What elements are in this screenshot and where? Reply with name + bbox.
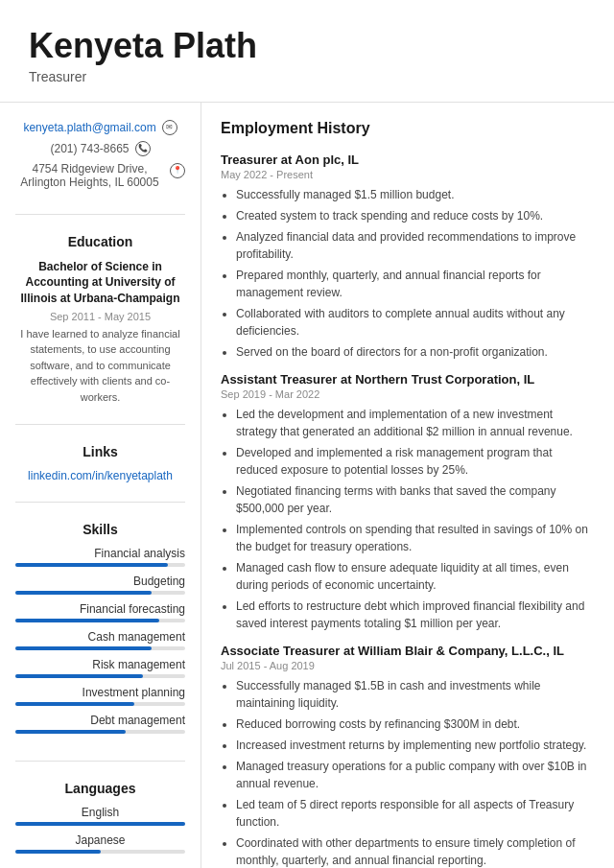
main-content: kenyeta.plath@gmail.com ✉ (201) 743-8665… xyxy=(0,103,614,868)
bullet-item: Reduced borrowing costs by refinancing $… xyxy=(236,716,595,733)
job-bullets: Successfully managed $1.5B in cash and i… xyxy=(221,677,595,868)
skill-bar-bg xyxy=(15,730,185,734)
languages-title: Languages xyxy=(15,781,185,796)
phone-icon: 📞 xyxy=(135,141,151,156)
skill-name: Budgeting xyxy=(15,575,185,588)
bullet-item: Increased investment returns by implemen… xyxy=(236,737,595,754)
skill-bar-fill xyxy=(15,591,152,595)
right-column: Employment History Treasurer at Aon plc,… xyxy=(201,103,614,868)
phone-row: (201) 743-8665 📞 xyxy=(15,141,185,156)
skill-name: Financial analysis xyxy=(15,547,185,560)
candidate-title: Treasurer xyxy=(29,69,585,84)
email-icon: ✉ xyxy=(162,120,177,135)
contact-section: kenyeta.plath@gmail.com ✉ (201) 743-8665… xyxy=(15,120,185,215)
job-item: Treasurer at Aon plc, IL May 2022 - Pres… xyxy=(221,152,595,361)
skill-bar-fill xyxy=(15,730,126,734)
employment-title: Employment History xyxy=(221,120,595,141)
edu-degree: Bachelor of Science in Accounting at Uni… xyxy=(15,259,185,307)
phone-text: (201) 743-8665 xyxy=(50,142,129,155)
skill-bar-fill xyxy=(15,619,159,622)
email-row: kenyeta.plath@gmail.com ✉ xyxy=(15,120,185,135)
bullet-item: Analyzed financial data and provided rec… xyxy=(236,228,595,263)
skills-list: Financial analysis Budgeting Financial f… xyxy=(15,547,185,734)
skill-bar-bg xyxy=(15,702,185,706)
skills-section: Skills Financial analysis Budgeting Fina… xyxy=(15,522,185,762)
left-column: kenyeta.plath@gmail.com ✉ (201) 743-8665… xyxy=(0,103,201,868)
links-title: Links xyxy=(15,444,185,459)
language-bar-bg xyxy=(15,822,185,826)
bullet-item: Led efforts to restructure debt which im… xyxy=(236,598,595,632)
candidate-name: Kenyeta Plath xyxy=(29,27,585,65)
skill-bar-fill xyxy=(15,563,168,567)
skill-name: Risk management xyxy=(15,658,185,671)
bullet-item: Successfully managed $1.5 million budget… xyxy=(236,186,595,203)
skill-name: Cash management xyxy=(15,630,185,644)
education-title: Education xyxy=(15,234,185,249)
linkedin-link[interactable]: linkedin.com/in/kenyetaplath xyxy=(15,469,185,482)
skill-item: Debt management xyxy=(15,714,185,734)
location-icon: 📍 xyxy=(170,163,185,178)
skill-item: Budgeting xyxy=(15,575,185,595)
job-item: Associate Treasurer at William Blair & C… xyxy=(221,644,595,868)
job-title: Assistant Treasurer at Northern Trust Co… xyxy=(221,372,595,387)
address-row: 4754 Ridgeview Drive, Arlington Heights,… xyxy=(15,162,185,189)
skill-bar-bg xyxy=(15,591,185,595)
language-bar-bg xyxy=(15,850,185,854)
bullet-item: Created system to track spending and red… xyxy=(236,207,595,224)
job-bullets: Successfully managed $1.5 million budget… xyxy=(221,186,595,361)
skills-title: Skills xyxy=(15,522,185,537)
language-name: Japanese xyxy=(15,833,185,847)
bullet-item: Managed treasury operations for a public… xyxy=(236,758,595,792)
bullet-item: Implemented controls on spending that re… xyxy=(236,521,595,555)
links-section: Links linkedin.com/in/kenyetaplath xyxy=(15,444,185,503)
language-item: English xyxy=(15,806,185,826)
bullet-item: Led team of 5 direct reports responsible… xyxy=(236,796,595,831)
skill-bar-bg xyxy=(15,674,185,678)
jobs-list: Treasurer at Aon plc, IL May 2022 - Pres… xyxy=(221,152,595,868)
language-item: Japanese xyxy=(15,833,185,854)
languages-list: English Japanese xyxy=(15,806,185,854)
address-text: 4754 Ridgeview Drive, Arlington Heights,… xyxy=(15,162,164,189)
bullet-item: Successfully managed $1.5B in cash and i… xyxy=(236,677,595,712)
skill-item: Cash management xyxy=(15,630,185,650)
skill-name: Investment planning xyxy=(15,686,185,699)
skill-bar-fill xyxy=(15,702,134,706)
skill-bar-bg xyxy=(15,619,185,622)
skill-bar-fill xyxy=(15,646,152,650)
skill-bar-fill xyxy=(15,674,143,678)
skill-bar-bg xyxy=(15,646,185,650)
languages-section: Languages English Japanese xyxy=(15,781,185,868)
skill-item: Financial analysis xyxy=(15,547,185,567)
job-date: Jul 2015 - Aug 2019 xyxy=(221,660,595,671)
edu-dates: Sep 2011 - May 2015 xyxy=(15,311,185,322)
email-link[interactable]: kenyeta.plath@gmail.com xyxy=(23,121,155,134)
language-bar-fill xyxy=(15,822,185,826)
bullet-item: Negotiated financing terms with banks th… xyxy=(236,482,595,517)
bullet-item: Prepared monthly, quarterly, and annual … xyxy=(236,267,595,301)
skill-bar-bg xyxy=(15,563,185,567)
resume-page: Kenyeta Plath Treasurer kenyeta.plath@gm… xyxy=(0,0,614,868)
job-date: Sep 2019 - Mar 2022 xyxy=(221,388,595,400)
header-section: Kenyeta Plath Treasurer xyxy=(0,0,614,103)
education-section: Education Bachelor of Science in Account… xyxy=(15,234,185,426)
job-bullets: Led the development and implementation o… xyxy=(221,406,595,632)
language-name: English xyxy=(15,806,185,819)
skill-name: Debt management xyxy=(15,714,185,727)
edu-description: I have learned to analyze financial stat… xyxy=(15,326,185,406)
bullet-item: Coordinated with other departments to en… xyxy=(236,834,595,868)
job-date: May 2022 - Present xyxy=(221,169,595,180)
job-title: Treasurer at Aon plc, IL xyxy=(221,152,595,167)
skill-name: Financial forecasting xyxy=(15,602,185,616)
bullet-item: Collaborated with auditors to complete a… xyxy=(236,305,595,340)
job-item: Assistant Treasurer at Northern Trust Co… xyxy=(221,372,595,632)
skill-item: Risk management xyxy=(15,658,185,678)
bullet-item: Developed and implemented a risk managem… xyxy=(236,444,595,479)
bullet-item: Managed cash flow to ensure adequate liq… xyxy=(236,559,595,594)
skill-item: Investment planning xyxy=(15,686,185,706)
bullet-item: Led the development and implementation o… xyxy=(236,406,595,440)
employment-section: Employment History Treasurer at Aon plc,… xyxy=(221,120,595,868)
language-bar-fill xyxy=(15,850,101,854)
bullet-item: Served on the board of directors for a n… xyxy=(236,343,595,361)
skill-item: Financial forecasting xyxy=(15,602,185,622)
job-title: Associate Treasurer at William Blair & C… xyxy=(221,644,595,658)
